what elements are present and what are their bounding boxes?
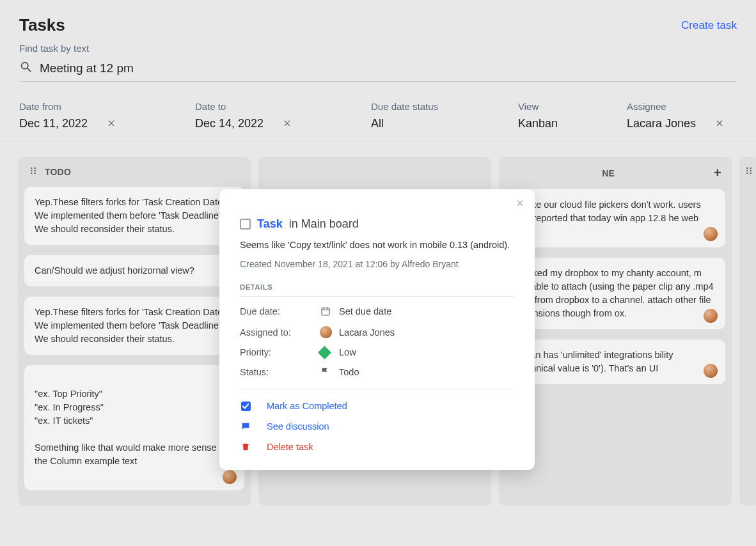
see-discussion-button[interactable]: See discussion: [240, 421, 514, 432]
assignee-avatar: [320, 326, 339, 338]
drag-handle-icon[interactable]: [28, 166, 38, 178]
column-title-fragment: NE: [602, 168, 615, 178]
avatar: [704, 309, 718, 323]
filter-value: All: [371, 117, 384, 130]
svg-point-0: [31, 168, 33, 169]
column-header: TODO: [18, 157, 251, 187]
task-card[interactable]: ks like our cloud file pickers don't wor…: [505, 189, 725, 247]
filter-value: Dec 11, 2022: [19, 117, 88, 130]
task-created-meta: Created November 18, 2021 at 12:06 by Al…: [240, 259, 514, 269]
assigned-value[interactable]: Lacara Jones: [339, 327, 514, 338]
check-icon: [240, 402, 251, 411]
details-header: DETAILS: [240, 283, 514, 297]
column-title: TODO: [45, 167, 71, 177]
svg-point-4: [31, 173, 33, 175]
details-grid: Due date: Set due date Assigned to: Laca…: [240, 306, 514, 377]
calendar-icon: [320, 306, 339, 317]
status-label: Status:: [240, 367, 320, 377]
svg-point-11: [750, 173, 752, 175]
search-section: Find task by text: [0, 43, 756, 88]
clear-date-from-icon[interactable]: [107, 117, 116, 130]
task-title-row: Task in Main board: [240, 217, 514, 231]
filter-value: Kanban: [518, 117, 558, 130]
column-todo: TODO Yep.These filters forks for 'Task C…: [18, 157, 251, 506]
avatar: [704, 227, 718, 241]
priority-icon: [320, 348, 339, 357]
svg-point-9: [750, 170, 752, 172]
task-link[interactable]: Task: [257, 217, 283, 231]
drag-handle-icon[interactable]: [744, 166, 754, 178]
svg-point-2: [31, 170, 33, 172]
flag-icon: [320, 366, 339, 377]
status-value[interactable]: Todo: [339, 367, 514, 377]
task-checkbox[interactable]: [240, 219, 251, 230]
priority-value[interactable]: Low: [339, 347, 514, 357]
column-header: [258, 157, 491, 175]
task-card[interactable]: "ex. Top Priority" "ex. In Progress" "ex…: [24, 365, 244, 490]
card-list: Yep.These filters forks for 'Task Creati…: [18, 187, 251, 497]
search-icon: [19, 60, 33, 76]
mark-complete-button[interactable]: Mark as Completed: [240, 401, 514, 411]
filter-label: Due date status: [371, 101, 518, 112]
add-card-icon[interactable]: +: [714, 166, 721, 180]
filter-date-to[interactable]: Date to Dec 14, 2022: [195, 101, 371, 130]
task-description: Seems like 'Copy text/link' does not wor…: [240, 240, 514, 250]
svg-point-8: [746, 170, 748, 172]
filter-view[interactable]: View Kanban: [518, 101, 627, 130]
priority-label: Priority:: [240, 347, 320, 357]
filter-assignee[interactable]: Assignee Lacara Jones: [627, 101, 737, 130]
filter-label: Assignee: [627, 101, 737, 112]
avatar: [704, 364, 718, 378]
search-row: [19, 58, 737, 82]
filter-due-status[interactable]: Due date status All: [371, 101, 518, 130]
search-input[interactable]: [40, 61, 737, 75]
column-header: NE +: [499, 157, 732, 189]
close-icon[interactable]: [516, 198, 524, 209]
page-header: Tasks Create task: [0, 0, 756, 43]
svg-point-1: [34, 168, 36, 169]
delete-task-button[interactable]: Delete task: [240, 442, 514, 452]
task-modal: Task in Main board Seems like 'Copy text…: [219, 189, 535, 470]
assigned-label: Assigned to:: [240, 327, 320, 338]
trash-icon: [240, 442, 251, 452]
filter-value: Lacara Jones: [627, 117, 696, 130]
task-card[interactable]: Can/Should we adjust horizornal view?: [24, 255, 244, 286]
svg-rect-12: [322, 308, 329, 315]
task-card[interactable]: o plan has 'unlimited' integrations bili…: [505, 339, 725, 384]
svg-point-5: [34, 173, 36, 175]
task-card[interactable]: Yep.These filters forks for 'Task Creati…: [24, 297, 244, 355]
filter-label: Date to: [195, 101, 371, 112]
svg-point-7: [750, 168, 752, 169]
chat-icon: [240, 421, 251, 432]
filter-date-from[interactable]: Date from Dec 11, 2022: [19, 101, 195, 130]
clear-assignee-icon[interactable]: [715, 117, 724, 130]
filter-label: Date from: [19, 101, 195, 112]
task-actions: Mark as Completed See discussion Delete …: [240, 389, 514, 452]
filter-bar: Date from Dec 11, 2022 Date to Dec 14, 2…: [0, 88, 756, 141]
column-sliver: [739, 157, 756, 506]
svg-point-10: [746, 173, 748, 175]
task-card[interactable]: Yep.These filters forks for 'Task Creati…: [24, 187, 244, 245]
filter-value: Dec 14, 2022: [195, 117, 264, 130]
svg-point-3: [34, 170, 36, 172]
search-label: Find task by text: [19, 43, 737, 54]
clear-date-to-icon[interactable]: [283, 117, 292, 130]
avatar: [223, 470, 237, 484]
create-task-link[interactable]: Create task: [681, 19, 737, 32]
task-location: in Main board: [289, 217, 359, 231]
task-card[interactable]: e linked my dropbox to my chanty account…: [505, 258, 725, 329]
svg-point-6: [746, 168, 748, 169]
filter-label: View: [518, 101, 627, 112]
due-date-label: Due date:: [240, 306, 320, 316]
page-title: Tasks: [19, 15, 65, 35]
due-date-value[interactable]: Set due date: [339, 306, 514, 316]
